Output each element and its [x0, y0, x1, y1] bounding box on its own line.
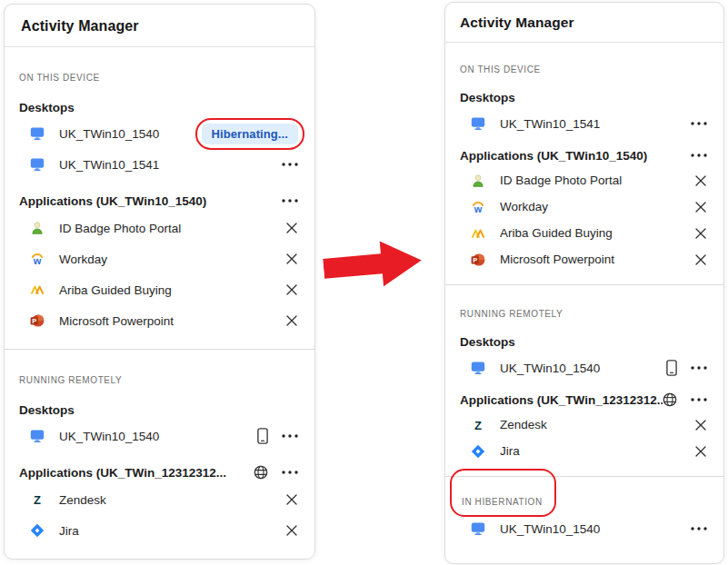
zendesk-icon — [471, 417, 485, 433]
application-row: Jira — [460, 438, 709, 464]
activity-manager-panel-before: Activity Manager ON THIS DEVICE Desktops… — [4, 4, 315, 560]
section-label: ON THIS DEVICE — [460, 64, 709, 75]
section-on-this-device: ON THIS DEVICE Desktops UK_TWin10_1540 H… — [5, 73, 314, 349]
hibernating-status-badge[interactable]: Hibernating... — [202, 124, 298, 144]
application-row: ID Badge Photo Portal — [19, 213, 300, 243]
page-title: Activity Manager — [5, 5, 314, 47]
application-row-label: Workday — [500, 200, 694, 213]
jira-icon — [30, 522, 45, 539]
close-icon[interactable] — [285, 222, 298, 234]
section-running-remotely: RUNNING REMOTELY Desktops UK_TWin10_1540… — [445, 284, 723, 476]
application-row-label: Jira — [59, 524, 285, 538]
desktop-icon — [30, 125, 45, 142]
desktops-group-header: Desktops — [19, 98, 300, 116]
workday-icon — [471, 199, 485, 215]
application-row: Microsoft Powerpoint — [19, 305, 300, 336]
desktop-row: UK_TWin10_1540 Hibernating... — [19, 118, 300, 149]
close-icon[interactable] — [694, 174, 707, 187]
desktops-group-header: Desktops — [19, 401, 300, 419]
id-badge-photo-portal-icon — [471, 173, 485, 189]
close-icon[interactable] — [285, 283, 298, 296]
globe-icon — [663, 392, 677, 407]
section-label: IN HIBERNATION — [462, 497, 543, 508]
globe-icon — [254, 465, 268, 480]
more-actions-button[interactable] — [282, 434, 298, 438]
application-row-label: ID Badge Photo Portal — [500, 173, 694, 187]
workday-icon — [30, 251, 45, 267]
more-actions-button[interactable] — [691, 122, 707, 125]
desktops-group-header: Desktops — [460, 332, 709, 351]
desktop-row-label: UK_TWin10_1541 — [59, 158, 282, 172]
application-row-label: Microsoft Powerpoint — [500, 253, 694, 266]
application-row-label: Microsoft Powerpoint — [59, 314, 285, 328]
application-row: Workday — [460, 193, 709, 220]
application-row: Microsoft Powerpoint — [460, 246, 709, 273]
desktop-icon — [30, 156, 45, 173]
close-icon[interactable] — [694, 227, 707, 240]
mobile-phone-icon — [257, 428, 268, 444]
application-row: ID Badge Photo Portal — [460, 167, 709, 193]
more-actions-button[interactable] — [691, 154, 707, 157]
application-row-label: Zendesk — [500, 418, 694, 431]
section-label: ON THIS DEVICE — [19, 73, 300, 84]
ariba-icon — [471, 225, 485, 242]
desktop-icon — [471, 360, 485, 376]
zendesk-icon — [30, 491, 45, 508]
mobile-phone-icon — [666, 360, 677, 376]
desktop-row-label: UK_TWin10_1541 — [500, 117, 691, 131]
page-title: Activity Manager — [445, 3, 723, 43]
id-badge-photo-portal-icon — [30, 220, 45, 236]
section-in-hibernation: IN HIBERNATION UK_TWin10_1540 — [445, 476, 723, 554]
more-actions-button[interactable] — [282, 199, 298, 203]
application-row-label: Workday — [59, 253, 285, 266]
more-actions-button[interactable] — [691, 366, 707, 370]
close-icon[interactable] — [694, 201, 707, 213]
desktop-row: UK_TWin10_1540 — [460, 515, 709, 542]
applications-group-header: Applications (UK_TWin10_1540) — [19, 189, 300, 213]
application-row: Jira — [19, 515, 300, 546]
desktop-row-label: UK_TWin10_1540 — [500, 362, 666, 375]
powerpoint-icon — [30, 312, 45, 329]
application-row: Zendesk — [460, 411, 709, 438]
section-label: RUNNING REMOTELY — [19, 375, 300, 386]
applications-group-header: Applications (UK_TWin10_1540) — [460, 144, 709, 167]
application-row: Ariba Guided Buying — [460, 220, 709, 246]
application-row: Workday — [19, 243, 300, 274]
section-label: RUNNING REMOTELY — [460, 309, 709, 320]
desktop-row: UK_TWin10_1541 — [460, 110, 709, 137]
applications-group-header: Applications (UK_TWin_12312312... — [19, 461, 300, 484]
close-icon[interactable] — [285, 493, 298, 506]
close-icon[interactable] — [694, 253, 707, 266]
application-row-label: Jira — [500, 444, 694, 458]
activity-manager-panel-after: Activity Manager ON THIS DEVICE Desktops… — [444, 2, 724, 564]
close-icon[interactable] — [285, 314, 298, 327]
close-icon[interactable] — [694, 419, 707, 431]
applications-group-header: Applications (UK_TWin_12312312... — [460, 388, 709, 411]
close-icon[interactable] — [694, 445, 707, 458]
more-actions-button[interactable] — [691, 527, 707, 530]
application-row-label: ID Badge Photo Portal — [59, 222, 285, 235]
application-row-label: Ariba Guided Buying — [500, 226, 694, 240]
desktop-row: UK_TWin10_1540 — [19, 421, 300, 451]
more-actions-button[interactable] — [282, 471, 298, 474]
section-on-this-device: ON THIS DEVICE Desktops UK_TWin10_1541 A… — [445, 64, 723, 284]
desktop-icon — [471, 115, 485, 132]
desktop-row-label: UK_TWin10_1540 — [59, 127, 202, 141]
desktops-group-header: Desktops — [460, 88, 709, 106]
desktop-icon — [30, 428, 45, 444]
annotation-arrow — [322, 234, 428, 296]
more-actions-button[interactable] — [282, 163, 298, 166]
desktop-icon — [471, 520, 485, 537]
more-actions-button[interactable] — [691, 398, 707, 401]
annotation-oval — [450, 469, 556, 517]
ariba-icon — [30, 282, 45, 298]
application-row: Zendesk — [19, 484, 300, 515]
desktop-row-label: UK_TWin10_1540 — [500, 522, 691, 536]
application-row-label: Ariba Guided Buying — [59, 283, 285, 297]
application-row: Ariba Guided Buying — [19, 274, 300, 305]
powerpoint-icon — [471, 252, 485, 268]
jira-icon — [471, 443, 485, 460]
section-running-remotely: RUNNING REMOTELY Desktops UK_TWin10_1540… — [5, 349, 314, 559]
close-icon[interactable] — [285, 524, 298, 537]
close-icon[interactable] — [285, 253, 298, 265]
